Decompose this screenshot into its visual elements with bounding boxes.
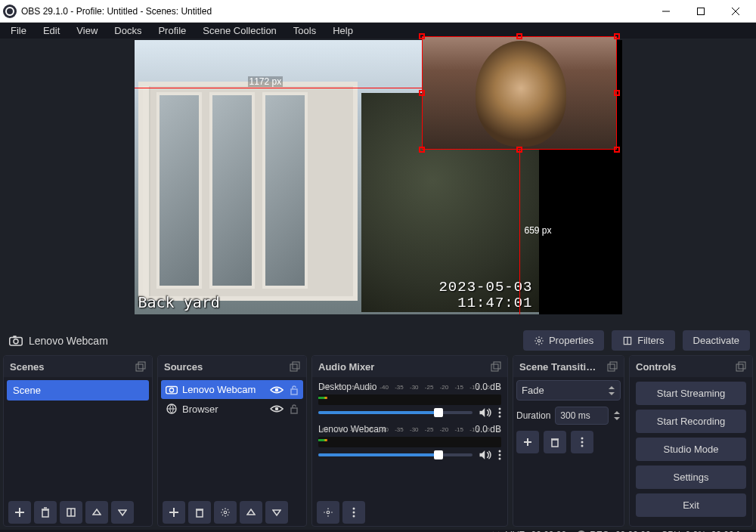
filters-button[interactable]: Filters [612,330,674,351]
lock-icon[interactable] [290,404,299,414]
add-source-button[interactable] [163,501,185,524]
svg-rect-14 [42,510,48,517]
svg-rect-34 [494,362,500,369]
volume-slider[interactable] [318,453,472,456]
menu-tools[interactable]: Tools [286,23,324,39]
resize-handle-tl[interactable] [419,33,425,39]
remove-scene-button[interactable] [34,501,57,524]
speaker-icon[interactable] [479,450,492,460]
transition-select[interactable]: Fade [516,380,621,401]
resize-handle-bl[interactable] [419,147,425,153]
deactivate-button[interactable]: Deactivate [683,330,750,351]
menu-profile[interactable]: Profile [150,23,194,39]
lock-icon[interactable] [290,385,299,395]
scenes-dock: Scenes Scene [3,355,153,527]
svg-point-39 [499,454,501,456]
resize-handle-ml[interactable] [419,90,425,96]
svg-point-22 [169,388,173,392]
settings-button[interactable]: Settings [636,466,746,489]
maximize-button[interactable] [683,0,718,23]
source-item-webcam[interactable]: Lenovo Webcam [161,380,303,399]
guide-width-label: 1172 px [248,76,284,87]
source-down-button[interactable] [265,501,288,524]
audio-meter: -60-55-50-45-40-35-30-25-20-15-10-50 [318,437,501,447]
preview-area[interactable]: Back yard 2023-05-0311:47:01 1172 px 659… [0,39,756,326]
kebab-icon[interactable] [498,450,501,460]
svg-point-36 [499,412,501,414]
popout-icon[interactable] [607,361,618,372]
properties-button[interactable]: Properties [523,330,604,351]
filters-icon [622,336,633,346]
close-button[interactable] [718,0,753,23]
selection-box[interactable] [422,36,617,150]
updown-icon [608,385,615,396]
mixer-menu-button[interactable] [342,501,365,524]
svg-point-44 [353,515,355,518]
eye-icon[interactable] [270,385,284,394]
duration-input[interactable]: 300 ms [555,407,609,425]
svg-rect-49 [552,440,558,447]
resize-handle-br[interactable] [614,147,620,153]
gear-icon [534,336,544,346]
menu-view[interactable]: View [69,23,105,39]
eye-icon[interactable] [270,404,284,413]
preview-canvas[interactable]: Back yard 2023-05-0311:47:01 1172 px 659… [135,40,622,314]
add-transition-button[interactable] [516,431,539,453]
svg-point-35 [499,408,501,410]
selected-source-preview [423,37,616,149]
source-item-browser[interactable]: Browser [161,399,303,419]
globe-icon [166,403,178,415]
popout-icon[interactable] [135,361,146,372]
updown-icon[interactable] [613,410,621,421]
start-streaming-button[interactable]: Start Streaming [636,382,746,405]
source-up-button[interactable] [240,501,262,524]
svg-rect-1 [698,8,705,14]
popout-icon[interactable] [491,361,501,372]
popout-icon[interactable] [290,361,300,372]
source-properties-button[interactable] [214,501,237,524]
studio-mode-button[interactable]: Studio Mode [636,438,746,461]
mixer-channel-webcam: Lenovo Webcam0.0 dB -60-55-50-45-40-35-3… [318,424,501,460]
svg-rect-46 [610,362,617,369]
mixer-settings-button[interactable] [317,501,339,524]
resize-handle-mr[interactable] [614,90,620,96]
scene-down-button[interactable] [111,501,134,524]
svg-point-43 [353,512,355,514]
svg-rect-11 [138,362,145,369]
exit-button[interactable]: Exit [636,493,746,517]
camera-icon [166,385,178,394]
svg-point-51 [581,438,584,440]
speaker-icon[interactable] [479,407,492,418]
scene-filters-button[interactable] [60,501,82,524]
transition-menu-button[interactable] [571,431,593,453]
menu-scene-collection[interactable]: Scene Collection [195,23,284,39]
svg-rect-45 [608,364,615,371]
resize-handle-bm[interactable] [516,147,522,153]
menu-docks[interactable]: Docks [107,23,149,39]
svg-rect-33 [491,364,498,371]
volume-slider[interactable] [318,411,472,414]
menu-file[interactable]: File [3,23,34,39]
transitions-title: Scene Transiti… [519,361,596,373]
resize-handle-tm[interactable] [516,33,522,39]
resize-handle-tr[interactable] [614,33,620,39]
svg-rect-30 [197,510,203,517]
start-recording-button[interactable]: Start Recording [636,410,746,433]
kebab-icon[interactable] [498,407,501,418]
scene-up-button[interactable] [85,501,108,524]
svg-point-41 [327,511,330,514]
svg-point-32 [224,511,227,514]
scene-item[interactable]: Scene [7,380,149,401]
minimize-button[interactable] [649,0,683,23]
popout-icon[interactable] [736,361,746,372]
menu-edit[interactable]: Edit [36,23,67,39]
sources-title: Sources [164,361,203,373]
remove-transition-button[interactable] [544,431,566,453]
remove-source-button[interactable] [188,501,211,524]
add-scene-button[interactable] [8,501,31,524]
controls-title: Controls [636,361,676,373]
menu-help[interactable]: Help [325,23,361,39]
svg-rect-19 [290,364,297,371]
app-logo [3,5,17,18]
mixer-channel-desktop-audio: Desktop Audio0.0 dB -60-55-50-45-40-35-3… [318,382,501,418]
